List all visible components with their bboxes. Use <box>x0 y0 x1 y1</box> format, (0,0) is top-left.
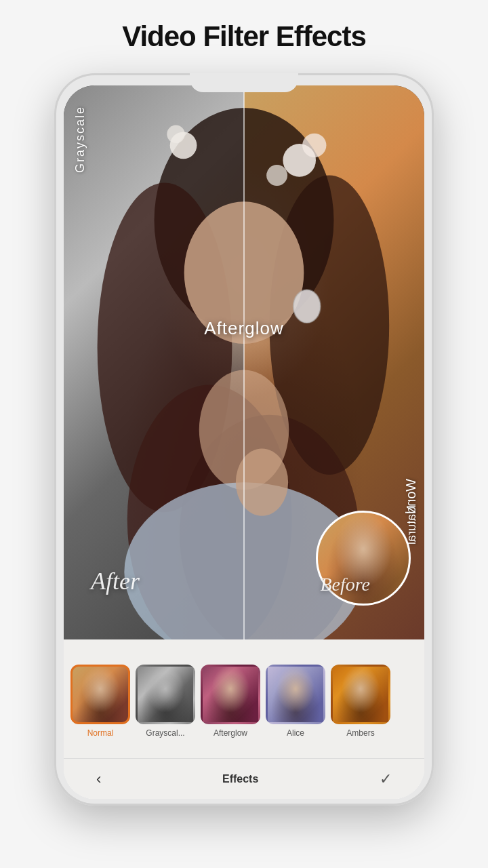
phone-frame: Grayscale Afterglow Wond Natural After B… <box>54 73 434 806</box>
filter-item-afterglow[interactable]: Afterglow <box>201 665 260 738</box>
image-area: Grayscale Afterglow Wond Natural After B… <box>64 85 424 639</box>
filter-label-afterglow: Afterglow <box>214 728 247 738</box>
svg-point-12 <box>266 165 287 186</box>
before-label: Before <box>320 574 370 595</box>
filter-thumb-grayscale[interactable] <box>136 665 195 724</box>
confirm-button[interactable]: ✓ <box>374 765 397 793</box>
filter-item-ambers[interactable]: Ambers <box>331 665 390 738</box>
filter-row[interactable]: Normal Grayscal... Afterglow <box>64 639 424 758</box>
filter-thumb-ambers[interactable] <box>331 665 390 724</box>
page-title: Video Filter Effects <box>122 20 366 53</box>
svg-point-11 <box>302 134 326 157</box>
split-divider <box>243 85 245 639</box>
filter-label-normal: Normal <box>87 728 114 738</box>
filter-item-grayscale[interactable]: Grayscal... <box>136 665 195 738</box>
filter-label-ambers: Ambers <box>346 728 374 738</box>
after-label: After <box>91 567 140 595</box>
filter-label-grayscale: Grayscal... <box>146 728 184 738</box>
filter-label-alice: Alice <box>287 728 304 738</box>
bottom-nav: ‹ Effects ✓ <box>64 758 424 799</box>
afterglow-label: Afterglow <box>204 318 283 339</box>
filter-thumb-normal[interactable] <box>70 665 130 724</box>
filter-thumb-alice[interactable] <box>266 665 325 724</box>
filter-item-alice[interactable]: Alice <box>266 665 325 738</box>
svg-point-13 <box>293 290 321 323</box>
svg-point-9 <box>167 125 184 143</box>
filter-item-normal[interactable]: Normal <box>70 665 130 738</box>
bottom-panel: Normal Grayscal... Afterglow <box>64 639 424 799</box>
effects-label: Effects <box>222 773 258 785</box>
phone-notch <box>190 73 298 92</box>
phone-screen: Grayscale Afterglow Wond Natural After B… <box>64 85 424 799</box>
back-button[interactable]: ‹ <box>91 765 106 793</box>
grayscale-label: Grayscale <box>73 106 87 173</box>
filter-thumb-afterglow[interactable] <box>201 665 260 724</box>
